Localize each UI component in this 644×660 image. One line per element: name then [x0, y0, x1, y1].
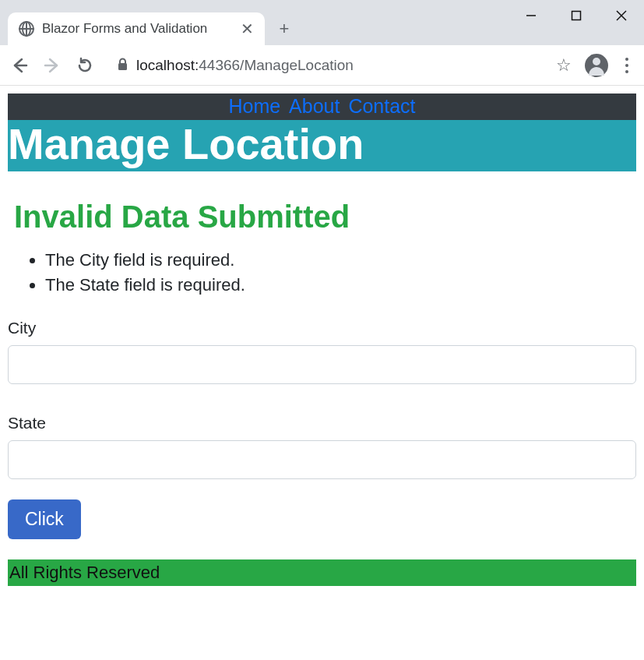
menu-kebab-icon[interactable] — [618, 58, 636, 73]
page-viewport: Home About Contact Manage Location Inval… — [0, 86, 644, 594]
validation-error-item: The City field is required. — [45, 250, 636, 270]
validation-message: Invalid Data Submitted — [14, 199, 636, 235]
main-content: Invalid Data Submitted The City field is… — [8, 171, 636, 586]
top-nav: Home About Contact — [8, 94, 636, 121]
browser-toolbar: localhost:44366/ManageLocation ☆ — [0, 45, 644, 86]
address-bar[interactable]: localhost:44366/ManageLocation — [106, 57, 543, 74]
url-text: localhost:44366/ManageLocation — [136, 57, 354, 74]
footer: All Rights Reserved — [8, 559, 636, 586]
page-title: Manage Location — [8, 120, 636, 171]
url-host: localhost: — [136, 57, 199, 73]
nav-contact[interactable]: Contact — [348, 95, 415, 117]
nav-about[interactable]: About — [289, 95, 340, 117]
browser-tab-strip: Blazor Forms and Validation ✕ + — [0, 0, 644, 45]
bookmark-star-icon[interactable]: ☆ — [552, 54, 575, 77]
validation-errors: The City field is required. The State fi… — [45, 250, 636, 295]
reload-button[interactable] — [73, 54, 97, 77]
globe-icon — [19, 21, 34, 37]
city-label: City — [8, 319, 636, 337]
submit-button[interactable]: Click — [8, 499, 81, 539]
new-tab-button[interactable]: + — [269, 14, 299, 44]
close-window-button[interactable] — [599, 0, 644, 31]
forward-button[interactable] — [40, 54, 64, 77]
svg-rect-6 — [118, 63, 127, 70]
window-controls — [509, 0, 644, 31]
state-input[interactable] — [8, 440, 636, 479]
lock-icon — [117, 58, 128, 73]
validation-error-item: The State field is required. — [45, 275, 636, 295]
svg-rect-1 — [572, 12, 581, 20]
tab-title: Blazor Forms and Validation — [42, 21, 233, 37]
browser-tab[interactable]: Blazor Forms and Validation ✕ — [8, 12, 265, 45]
url-path: 44366/ManageLocation — [199, 57, 354, 73]
profile-avatar-icon[interactable] — [585, 54, 608, 77]
close-tab-icon[interactable]: ✕ — [241, 19, 254, 38]
state-label: State — [8, 414, 636, 432]
maximize-button[interactable] — [554, 0, 599, 31]
back-button[interactable] — [8, 54, 31, 77]
city-input[interactable] — [8, 345, 636, 384]
minimize-button[interactable] — [509, 0, 554, 31]
nav-home[interactable]: Home — [228, 95, 280, 117]
